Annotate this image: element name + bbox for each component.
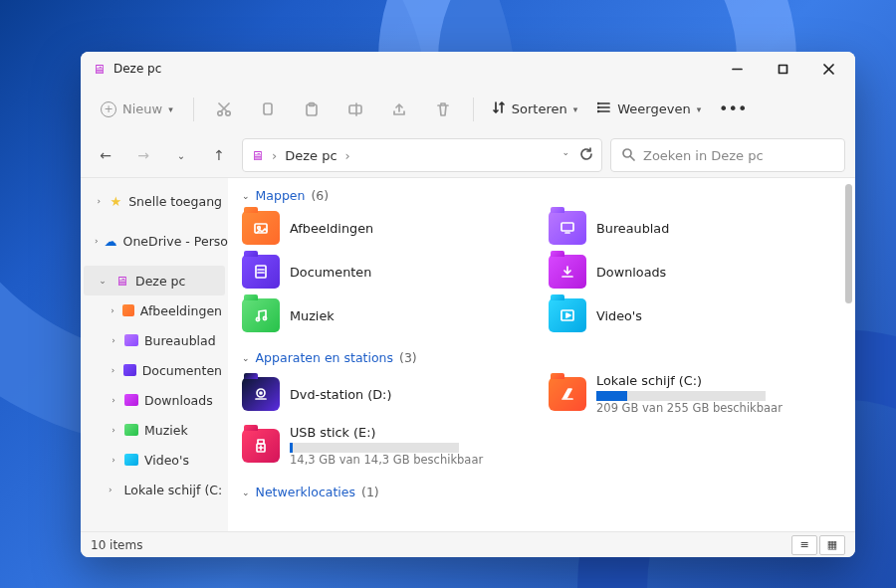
chevron-down-icon: ⌄ bbox=[242, 488, 250, 497]
group-header-network[interactable]: ⌄Netwerklocaties (1) bbox=[228, 475, 855, 499]
navigation-pane: ›★Snelle toegang ›☁OneDrive - Perso ⌄🖥De… bbox=[81, 178, 228, 531]
vertical-scrollbar[interactable] bbox=[841, 178, 855, 531]
folder-icon bbox=[549, 298, 586, 332]
svg-point-30 bbox=[263, 316, 266, 319]
folder-icon bbox=[124, 424, 138, 436]
sidebar-item-pictures[interactable]: ›Afbeeldingen bbox=[81, 295, 228, 325]
command-bar: + Nieuw ▾ Sorteren ▾ Weergeven ▾ ••• bbox=[81, 86, 855, 133]
forward-button[interactable]: → bbox=[128, 140, 158, 170]
sidebar-item-desktop[interactable]: ›Bureaublad bbox=[81, 325, 228, 355]
monitor-icon: 🖥 bbox=[113, 273, 129, 289]
plus-circle-icon: + bbox=[101, 101, 116, 117]
folder-icon bbox=[242, 255, 280, 289]
sidebar-item-documents[interactable]: ›Documenten bbox=[81, 355, 228, 385]
folder-icon bbox=[242, 298, 280, 332]
star-icon: ★ bbox=[110, 193, 123, 209]
folder-tile-downloads[interactable]: Downloads bbox=[549, 255, 835, 289]
svg-rect-11 bbox=[349, 105, 361, 113]
back-button[interactable]: ← bbox=[91, 140, 120, 170]
nav-row: ← → ⌄ ↑ 🖥 › Deze pc › ⌄ Zoeken in Deze p… bbox=[81, 133, 855, 177]
view-button[interactable]: Weergeven ▾ bbox=[589, 95, 709, 123]
svg-rect-1 bbox=[779, 65, 786, 73]
drive-tile-usb[interactable]: USB stick (E:) 14,3 GB van 14,3 GB besch… bbox=[242, 425, 529, 467]
dvd-drive-icon bbox=[242, 377, 280, 411]
folder-icon bbox=[242, 211, 280, 245]
group-header-devices[interactable]: ⌄Apparaten en stations (3) bbox=[228, 340, 855, 371]
thispc-icon: 🖥 bbox=[251, 148, 264, 163]
rename-button[interactable] bbox=[336, 92, 375, 127]
chevron-down-icon: ▾ bbox=[573, 104, 578, 114]
folder-icon bbox=[124, 454, 138, 466]
titlebar: 🖥 Deze pc bbox=[81, 52, 855, 86]
drive-tile-local-c[interactable]: Lokale schijf (C:) 209 GB van 255 GB bes… bbox=[549, 373, 835, 415]
item-count: 10 items bbox=[91, 538, 142, 552]
search-icon bbox=[621, 147, 635, 164]
new-button[interactable]: + Nieuw ▾ bbox=[91, 96, 183, 123]
up-button[interactable]: ↑ bbox=[204, 140, 234, 170]
svg-point-18 bbox=[598, 111, 599, 112]
sidebar-item-music[interactable]: ›Muziek bbox=[81, 415, 228, 445]
chevron-down-icon: ▾ bbox=[168, 104, 173, 114]
recent-locations-button[interactable]: ⌄ bbox=[166, 140, 196, 170]
breadcrumb-item[interactable]: Deze pc bbox=[285, 148, 336, 163]
folder-icon bbox=[549, 255, 586, 289]
view-icon bbox=[597, 100, 611, 117]
sidebar-item-videos[interactable]: ›Video's bbox=[81, 445, 228, 475]
folder-tile-desktop[interactable]: Bureaublad bbox=[549, 211, 835, 245]
paste-button[interactable] bbox=[292, 92, 332, 127]
disk-drive-icon bbox=[549, 377, 586, 411]
folder-icon bbox=[123, 364, 136, 376]
svg-point-16 bbox=[598, 103, 599, 104]
folder-icon bbox=[124, 394, 138, 406]
sidebar-item-localdisk[interactable]: ›Lokale schijf (C: bbox=[81, 475, 228, 504]
cloud-icon: ☁ bbox=[105, 233, 117, 249]
details-view-button[interactable]: ≡ bbox=[791, 535, 817, 555]
usb-drive-icon bbox=[242, 429, 280, 463]
status-bar: 10 items ≡ ▦ bbox=[81, 531, 855, 557]
chevron-down-icon: ⌄ bbox=[242, 353, 250, 363]
minimize-button[interactable] bbox=[714, 52, 760, 86]
cut-button[interactable] bbox=[204, 92, 244, 127]
svg-rect-23 bbox=[561, 223, 573, 231]
svg-point-32 bbox=[257, 389, 265, 397]
svg-rect-25 bbox=[256, 266, 266, 278]
delete-button[interactable] bbox=[423, 92, 463, 127]
sort-button[interactable]: Sorteren ▾ bbox=[484, 95, 585, 123]
drive-capacity-bar bbox=[290, 443, 459, 453]
share-button[interactable] bbox=[379, 92, 419, 127]
folder-tile-pictures[interactable]: Afbeeldingen bbox=[242, 211, 529, 245]
file-explorer-window: 🖥 Deze pc + Nieuw ▾ Sorteren ▾ W bbox=[81, 52, 855, 557]
svg-point-22 bbox=[258, 227, 261, 230]
refresh-button[interactable] bbox=[579, 147, 593, 164]
folder-tile-documents[interactable]: Documenten bbox=[242, 255, 529, 289]
folder-icon bbox=[122, 304, 134, 316]
sidebar-item-onedrive[interactable]: ›☁OneDrive - Perso bbox=[81, 226, 228, 256]
folder-icon bbox=[124, 334, 138, 346]
svg-point-29 bbox=[256, 317, 259, 320]
thispc-icon: 🖥 bbox=[93, 62, 106, 77]
copy-button[interactable] bbox=[248, 92, 288, 127]
close-button[interactable] bbox=[805, 52, 851, 86]
search-input[interactable]: Zoeken in Deze pc bbox=[610, 138, 845, 172]
sidebar-item-downloads[interactable]: ›Downloads bbox=[81, 385, 228, 415]
drive-tile-dvd[interactable]: Dvd-station (D:) bbox=[242, 373, 529, 415]
folder-tile-music[interactable]: Muziek bbox=[242, 298, 529, 332]
chevron-down-icon: ▾ bbox=[697, 104, 702, 114]
sidebar-item-quick-access[interactable]: ›★Snelle toegang bbox=[81, 186, 228, 216]
folder-tile-videos[interactable]: Video's bbox=[549, 298, 835, 332]
address-bar[interactable]: 🖥 › Deze pc › ⌄ bbox=[242, 138, 602, 172]
more-button[interactable]: ••• bbox=[713, 92, 753, 127]
sidebar-item-thispc[interactable]: ⌄🖥Deze pc bbox=[84, 266, 225, 295]
tiles-view-button[interactable]: ▦ bbox=[819, 535, 845, 555]
svg-line-20 bbox=[630, 156, 634, 160]
content-pane: ⌄Mappen (6) Afbeeldingen Bureaublad Docu… bbox=[228, 178, 855, 531]
address-dropdown-button[interactable]: ⌄ bbox=[561, 147, 569, 164]
maximize-button[interactable] bbox=[760, 52, 805, 86]
group-header-folders[interactable]: ⌄Mappen (6) bbox=[228, 178, 855, 209]
explorer-body: ›★Snelle toegang ›☁OneDrive - Perso ⌄🖥De… bbox=[81, 177, 855, 531]
svg-point-17 bbox=[598, 107, 599, 108]
drive-capacity-bar bbox=[596, 391, 766, 401]
folder-icon bbox=[549, 211, 586, 245]
chevron-down-icon: ⌄ bbox=[242, 191, 250, 201]
window-title: Deze pc bbox=[113, 62, 161, 76]
